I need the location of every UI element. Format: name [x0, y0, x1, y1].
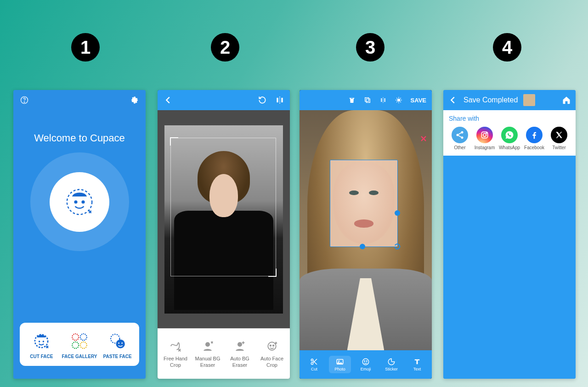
svg-point-14: [118, 342, 119, 344]
flip-icon[interactable]: [379, 96, 387, 104]
screen-edit: SAVE Cut Photo: [300, 90, 432, 379]
share-icon: [452, 127, 468, 143]
auto-face-crop-button[interactable]: Auto Face Crop: [257, 339, 287, 368]
svg-point-13: [116, 339, 124, 348]
svg-point-15: [121, 342, 123, 344]
scissors-icon: [310, 358, 318, 366]
share-other-label: Other: [454, 145, 465, 150]
delete-icon[interactable]: [348, 96, 356, 104]
save-button[interactable]: SAVE: [411, 97, 426, 104]
duplicate-icon[interactable]: [364, 96, 371, 104]
screen-crop: Free Hand Crop Manual BG Eraser Auto BG …: [158, 90, 290, 379]
svg-point-8: [72, 334, 79, 340]
auto-face-crop-icon: [265, 339, 279, 353]
share-title: Share with: [449, 115, 572, 122]
tab-cut[interactable]: Cut: [303, 358, 325, 371]
share-facebook-label: Facebook: [524, 145, 544, 150]
settings-icon[interactable]: [130, 95, 139, 105]
tab-emoji-label: Emoji: [361, 367, 371, 371]
share-twitter-button[interactable]: Twitter: [547, 127, 571, 150]
manual-eraser-icon: [201, 339, 215, 353]
svg-point-35: [483, 134, 486, 137]
svg-point-30: [367, 361, 368, 362]
edit-tab-bar: Cut Photo Emoji Sticker Text: [300, 350, 432, 379]
save-topbar: Save Completed: [443, 90, 576, 110]
help-icon[interactable]: [20, 95, 29, 105]
tab-sticker[interactable]: Sticker: [380, 358, 402, 371]
svg-point-3: [75, 201, 77, 203]
svg-point-10: [72, 342, 79, 348]
back-icon[interactable]: [448, 95, 458, 105]
facebook-icon: [526, 127, 543, 143]
face-gallery-button[interactable]: FACE GALLERY: [61, 331, 98, 359]
share-instagram-button[interactable]: Instagram: [473, 127, 497, 150]
rotate-handle-icon[interactable]: [394, 243, 401, 250]
step-badge-3: 3: [356, 33, 384, 62]
share-facebook-button[interactable]: Facebook: [522, 127, 546, 150]
svg-point-1: [24, 102, 24, 102]
svg-point-20: [273, 345, 274, 347]
tab-photo[interactable]: Photo: [329, 356, 351, 373]
emoji-icon: [362, 358, 370, 366]
tab-text[interactable]: Text: [406, 358, 428, 371]
crop-frame[interactable]: [170, 138, 276, 276]
cut-face-icon: [31, 331, 51, 351]
crop-toolbar: Free Hand Crop Manual BG Eraser Auto BG …: [158, 328, 290, 379]
face-gallery-label: FACE GALLERY: [62, 354, 97, 359]
cut-face-label: CUT FACE: [30, 354, 53, 359]
cut-face-button[interactable]: CUT FACE: [23, 331, 60, 359]
pasted-face-layer[interactable]: [330, 160, 398, 247]
paste-face-label: PASTE FACE: [103, 354, 132, 359]
share-twitter-label: Twitter: [552, 145, 565, 150]
auto-bg-eraser-button[interactable]: Auto BG Eraser: [225, 339, 254, 368]
hero-face-icon[interactable]: [50, 172, 109, 232]
instagram-icon: [476, 127, 493, 143]
svg-point-19: [270, 345, 271, 347]
photo-icon: [336, 358, 344, 366]
svg-point-11: [80, 342, 87, 348]
home-action-card: CUT FACE FACE GALLERY PASTE FACE: [20, 323, 139, 366]
tab-sticker-label: Sticker: [385, 367, 398, 371]
auto-bg-eraser-label: Auto BG Eraser: [225, 356, 254, 368]
free-hand-crop-button[interactable]: Free Hand Crop: [161, 339, 190, 368]
tab-photo-label: Photo: [334, 367, 345, 371]
rotate-icon[interactable]: [258, 95, 267, 105]
saved-thumbnail[interactable]: [523, 94, 535, 106]
share-other-button[interactable]: Other: [448, 127, 472, 150]
auto-eraser-icon: [233, 339, 247, 353]
svg-point-36: [486, 133, 487, 134]
brightness-icon[interactable]: [395, 96, 402, 104]
auto-face-crop-label: Auto Face Crop: [257, 356, 287, 368]
step-badge-2: 2: [211, 33, 239, 62]
flip-icon[interactable]: [275, 95, 284, 105]
resize-handle-right[interactable]: [395, 210, 400, 216]
svg-point-24: [311, 359, 313, 361]
step-badge-1: 1: [71, 33, 100, 62]
crop-topbar: [158, 90, 290, 110]
edit-canvas[interactable]: [300, 110, 432, 350]
sticker-icon: [387, 358, 396, 366]
manual-bg-eraser-label: Manual BG Eraser: [193, 356, 222, 368]
free-hand-crop-label: Free Hand Crop: [161, 356, 190, 368]
svg-point-29: [364, 361, 365, 362]
svg-point-23: [397, 99, 400, 102]
svg-point-9: [80, 334, 87, 340]
tab-emoji[interactable]: Emoji: [355, 358, 377, 371]
share-whatsapp-label: WhatsApp: [499, 145, 520, 150]
svg-point-28: [362, 359, 369, 365]
share-panel: Share with Other Instagram WhatsApp Face…: [443, 110, 576, 156]
share-whatsapp-button[interactable]: WhatsApp: [498, 127, 521, 150]
save-body: [443, 156, 576, 379]
tab-cut-label: Cut: [311, 367, 317, 371]
freehand-icon: [169, 339, 182, 353]
paste-face-icon: [107, 331, 128, 351]
svg-rect-22: [365, 98, 368, 101]
back-icon[interactable]: [163, 95, 173, 105]
paste-face-button[interactable]: PASTE FACE: [99, 331, 136, 359]
share-instagram-label: Instagram: [475, 145, 495, 150]
screen-save-completed: Save Completed Share with Other Instagra…: [443, 90, 576, 379]
svg-point-7: [43, 341, 45, 342]
crop-canvas[interactable]: [158, 110, 290, 328]
home-icon[interactable]: [562, 95, 571, 105]
manual-bg-eraser-button[interactable]: Manual BG Eraser: [193, 339, 222, 368]
